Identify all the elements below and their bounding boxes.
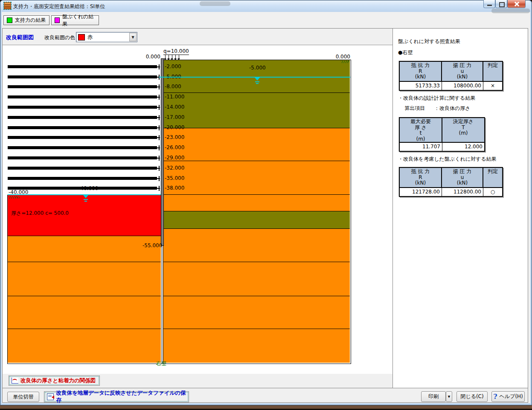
ground-hatch-icon <box>9 196 20 199</box>
judgement-value: × <box>483 82 502 90</box>
surcharge-arrow-icon <box>172 55 172 58</box>
surcharge-label: q=10.000 <box>163 49 189 55</box>
range-color-value: 赤 <box>87 34 93 41</box>
save-data-file-button[interactable]: 改良体を地層データに反映させたデータファイルの保存 <box>44 391 189 402</box>
results-wall-label: ●右壁 <box>398 49 413 56</box>
green-swatch-icon <box>7 17 12 23</box>
background-window-artifact <box>491 9 530 13</box>
close-dialog-label: 閉じる(C) <box>460 393 483 400</box>
column-header: 揚 圧 力 u (kN) <box>442 168 483 187</box>
required-thickness-value: 11.707 <box>400 143 442 151</box>
range-figure-title: 改良範囲図 <box>6 34 34 41</box>
ground-hatch-icon <box>341 61 349 63</box>
surcharge-arrow-icon <box>169 55 169 58</box>
water-level-right-label: -5.000 <box>249 65 266 71</box>
close-dialog-button[interactable]: 閉じる(C) <box>456 391 488 402</box>
help-button[interactable]: ? ヘルプ(H) <box>491 391 525 402</box>
thickness-table: 最大必要 厚 さ t (m) 決定厚さ T (m) 11.707 12.000 <box>399 117 485 152</box>
maximize-icon <box>499 2 505 7</box>
range-color-select[interactable]: 赤 ▼ <box>76 32 137 42</box>
resistance-value: 121728.00 <box>400 188 442 196</box>
diagram-canvas <box>3 45 392 374</box>
range-color-label: 改良範囲の色 <box>44 34 75 41</box>
save-button-label: 改良体を地層データに反映させたデータファイルの保存 <box>56 390 186 404</box>
ground-level-left-label: 0.000 <box>143 54 160 60</box>
close-button[interactable] <box>507 0 526 8</box>
app-icon <box>4 2 11 9</box>
wall-bottom-label: -55.000 <box>142 243 160 248</box>
judgement-value: ○ <box>483 188 502 196</box>
heave-with-improvement-table: 抵 抗 力 R (kN) 揚 圧 力 u (kN) 判定 121728.00 1… <box>399 167 503 197</box>
print-button[interactable]: 印刷 <box>421 391 446 402</box>
column-header: 最大必要 厚 さ t (m) <box>400 118 442 142</box>
background-window-artifact <box>200 1 230 6</box>
calc-item-value: ：改良体の厚さ <box>434 105 471 112</box>
wall-element <box>161 58 164 246</box>
thickness-cohesion-graph-button[interactable]: 改良体の厚さと粘着力の関係図 <box>9 375 100 386</box>
bearing-results-label: 支持力の結果 <box>15 17 46 24</box>
print-dropdown-button[interactable]: ▼ <box>446 391 452 402</box>
surcharge-arrow-icon <box>179 55 179 58</box>
column-header: 揚 圧 力 u (kN) <box>442 62 483 81</box>
column-header: 抵 抗 力 R (kN) <box>400 168 442 187</box>
dropdown-arrow-icon[interactable]: ▼ <box>129 33 137 41</box>
unit-switch-button[interactable]: 単位切替 <box>7 392 39 402</box>
save-icon <box>47 393 54 400</box>
wall-name-label: 右壁 <box>156 361 166 367</box>
surcharge-arrow-icon <box>165 55 166 58</box>
minimize-button[interactable] <box>483 0 495 8</box>
window-title: 支持力・底面安定照査結果総括：SI単位 <box>13 3 105 10</box>
water-table-icon <box>254 78 260 84</box>
heave-results-button[interactable]: 盤ぶくれの結果 <box>51 15 99 25</box>
column-header: 判定 <box>483 62 502 81</box>
surcharge-arrow-icon <box>175 55 176 58</box>
table-row: 121728.00 112800.00 ○ <box>400 187 502 196</box>
design-result-title: ・改良体の設計計算に関する結果 <box>398 95 475 102</box>
considering-result-title: ・改良体を考慮した盤ぶくれに対する結果 <box>398 156 497 163</box>
resistance-value: 51733.33 <box>400 82 442 90</box>
graph-button-label: 改良体の厚さと粘着力の関係図 <box>20 377 96 384</box>
uplift-value: 108000.00 <box>442 82 483 90</box>
table-row: 11.707 12.000 <box>400 142 484 151</box>
calc-item-label: 算出項目 <box>404 105 425 112</box>
unit-switch-label: 単位切替 <box>13 393 34 401</box>
table-row: 51733.33 108000.00 × <box>400 81 502 90</box>
column-header: 抵 抗 力 R (kN) <box>400 62 442 81</box>
column-header: 決定厚さ T (m) <box>442 118 484 142</box>
red-swatch-icon <box>78 34 85 40</box>
panel-divider <box>392 29 393 388</box>
close-icon <box>514 2 519 6</box>
minimize-icon <box>487 5 492 6</box>
print-label: 印刷 <box>428 393 439 400</box>
chart-icon <box>12 378 18 384</box>
heave-check-table: 抵 抗 力 R (kN) 揚 圧 力 u (kN) 判定 51733.33 10… <box>399 61 503 91</box>
column-header: 判定 <box>483 168 502 187</box>
magenta-swatch-icon <box>55 17 60 23</box>
screen: 支持力・底面安定照査結果総括：SI単位 支持力の結果 盤ぶくれの結果 改良範囲図… <box>0 0 532 410</box>
print-dropdown-arrow-icon: ▼ <box>448 395 450 398</box>
ground-level-right-label: 0.000 <box>334 54 350 60</box>
uplift-value: 112800.00 <box>442 188 483 196</box>
help-label: ヘルプ(H) <box>500 393 523 400</box>
water-level-left-label: -40.000 <box>78 186 98 191</box>
maximize-button[interactable] <box>495 0 507 8</box>
decided-thickness-value: 12.000 <box>442 143 484 151</box>
desktop-strip <box>0 405 532 409</box>
bearing-results-button[interactable]: 支持力の結果 <box>3 15 49 25</box>
heave-results-label: 盤ぶくれの結果 <box>62 13 96 28</box>
water-table-icon <box>83 195 89 202</box>
improvement-body-label: 厚さ=12.000 c= 500.0 <box>11 211 69 216</box>
excavation-level-label: -40.000 <box>9 190 28 195</box>
results-title: 盤ぶくれに対する照査結果 <box>398 38 460 45</box>
help-icon: ? <box>493 393 497 401</box>
